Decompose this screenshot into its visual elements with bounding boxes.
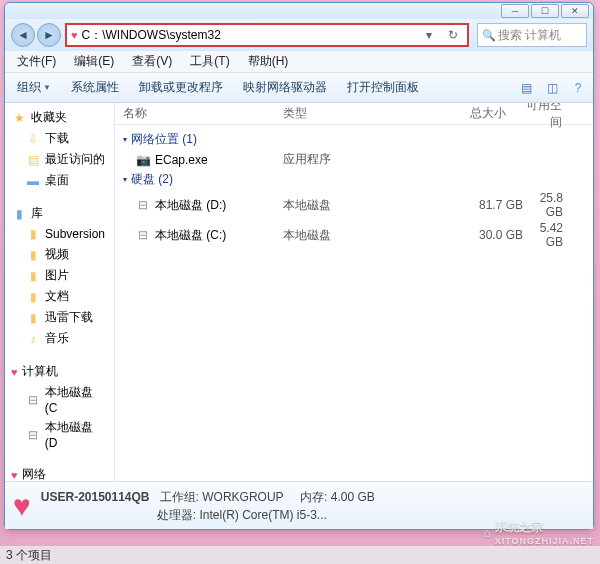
search-placeholder: 搜索 计算机: [498, 27, 561, 44]
memory-label: 内存:: [300, 490, 327, 504]
folder-icon: ▮: [25, 226, 41, 242]
list-item[interactable]: 📷ECap.exe 应用程序: [115, 150, 593, 169]
recent-icon: ▤: [25, 152, 41, 168]
heart-icon: ♥: [71, 29, 78, 41]
cpu-label: 处理器:: [157, 508, 196, 522]
download-icon: ⇩: [25, 131, 41, 147]
drive-icon: ⊟: [25, 427, 41, 443]
sidebar-item-drive-d[interactable]: ⊟本地磁盘 (D: [5, 417, 114, 452]
sidebar-network-head[interactable]: ♥网络: [5, 464, 114, 481]
sidebar-computer-head[interactable]: ♥计算机: [5, 361, 114, 382]
menu-help[interactable]: 帮助(H): [240, 51, 297, 72]
system-properties-button[interactable]: 系统属性: [63, 75, 127, 100]
sidebar-libraries-head[interactable]: ▮库: [5, 203, 114, 224]
workgroup-label: 工作组:: [160, 490, 199, 504]
sidebar-item-music[interactable]: ♪音乐: [5, 328, 114, 349]
back-button[interactable]: ◄: [11, 23, 35, 47]
pictures-icon: ▮: [25, 268, 41, 284]
address-dropdown-icon[interactable]: ▾: [419, 28, 439, 42]
window-controls: ─ ☐ ✕: [501, 4, 589, 18]
star-icon: ★: [11, 110, 27, 126]
menu-view[interactable]: 查看(V): [124, 51, 180, 72]
map-drive-button[interactable]: 映射网络驱动器: [235, 75, 335, 100]
col-totalsize[interactable]: 总大小: [395, 105, 515, 122]
sidebar-item-drive-c[interactable]: ⊟本地磁盘 (C: [5, 382, 114, 417]
heart-icon: ♥: [13, 489, 31, 523]
nav-arrows: ◄ ►: [11, 23, 61, 47]
menu-file[interactable]: 文件(F): [9, 51, 64, 72]
search-icon: 🔍: [482, 29, 496, 42]
sidebar-libraries: ▮库 ▮Subversion ▮视频 ▮图片 ▮文档 ▮迅雷下载 ♪音乐: [5, 203, 114, 349]
sidebar-item-videos[interactable]: ▮视频: [5, 244, 114, 265]
collapse-icon: ▾: [123, 135, 127, 144]
collapse-icon: ▾: [123, 175, 127, 184]
navigation-bar: ◄ ► ♥ C：\WINDOWS\system32 ▾ ↻ 🔍 搜索 计算机: [5, 19, 593, 51]
view-mode-icon[interactable]: ▤: [515, 77, 537, 99]
list-item[interactable]: ⊟本地磁盘 (C:) 本地磁盘 30.0 GB 5.42 GB: [115, 220, 593, 250]
sidebar-item-subversion[interactable]: ▮Subversion: [5, 224, 114, 244]
refresh-icon[interactable]: ↻: [443, 28, 463, 42]
close-button[interactable]: ✕: [561, 4, 589, 18]
col-name[interactable]: 名称: [115, 105, 275, 122]
sidebar-item-downloads[interactable]: ⇩下载: [5, 128, 114, 149]
sidebar-favorites-head[interactable]: ★收藏夹: [5, 107, 114, 128]
sidebar-item-xunlei[interactable]: ▮迅雷下载: [5, 307, 114, 328]
toolbar: 组织▼ 系统属性 卸载或更改程序 映射网络驱动器 打开控制面板 ▤ ◫ ?: [5, 73, 593, 103]
address-bar[interactable]: ♥ C：\WINDOWS\system32 ▾ ↻: [67, 27, 467, 44]
status-bar: 3 个项目: [0, 546, 600, 564]
download-icon: ▮: [25, 310, 41, 326]
sidebar-item-documents[interactable]: ▮文档: [5, 286, 114, 307]
memory-value: 4.00 GB: [331, 490, 375, 504]
menu-bar: 文件(F) 编辑(E) 查看(V) 工具(T) 帮助(H): [5, 51, 593, 73]
heart-icon: ♥: [11, 366, 18, 378]
watermark: ⌂ 系统之家 XITONGZHIJIA.NET: [483, 519, 594, 546]
menu-edit[interactable]: 编辑(E): [66, 51, 122, 72]
content-pane: 名称 类型 总大小 可用空间 ▾网络位置 (1) 📷ECap.exe 应用程序 …: [115, 103, 593, 481]
music-icon: ♪: [25, 331, 41, 347]
status-text: 3 个项目: [6, 548, 52, 562]
menu-tools[interactable]: 工具(T): [182, 51, 237, 72]
address-bar-highlight: ♥ C：\WINDOWS\system32 ▾ ↻: [65, 23, 469, 47]
explorer-window: ─ ☐ ✕ ◄ ► ♥ C：\WINDOWS\system32 ▾ ↻ 🔍 搜索…: [4, 2, 594, 530]
uninstall-button[interactable]: 卸载或更改程序: [131, 75, 231, 100]
sidebar-item-recent[interactable]: ▤最近访问的: [5, 149, 114, 170]
minimize-button[interactable]: ─: [501, 4, 529, 18]
titlebar: ─ ☐ ✕: [5, 3, 593, 19]
desktop-icon: ▬: [25, 173, 41, 189]
heart-icon: ♥: [11, 469, 18, 481]
watermark-text: 系统之家: [495, 519, 594, 536]
cpu-value: Intel(R) Core(TM) i5-3...: [200, 508, 327, 522]
drive-icon: ⊟: [135, 227, 151, 243]
drive-icon: ⊟: [25, 392, 41, 408]
sidebar-item-pictures[interactable]: ▮图片: [5, 265, 114, 286]
chevron-down-icon: ▼: [43, 83, 51, 92]
help-icon[interactable]: ?: [567, 77, 589, 99]
documents-icon: ▮: [25, 289, 41, 305]
list-item[interactable]: ⊟本地磁盘 (D:) 本地磁盘 81.7 GB 25.8 GB: [115, 190, 593, 220]
preview-pane-icon[interactable]: ◫: [541, 77, 563, 99]
library-icon: ▮: [11, 206, 27, 222]
search-input[interactable]: 🔍 搜索 计算机: [477, 23, 587, 47]
workgroup-value: WORKGROUP: [202, 490, 283, 504]
body: ★收藏夹 ⇩下载 ▤最近访问的 ▬桌面 ▮库 ▮Subversion ▮视频 ▮…: [5, 103, 593, 481]
sidebar-computer: ♥计算机 ⊟本地磁盘 (C ⊟本地磁盘 (D: [5, 361, 114, 452]
details-info: USER-20150114QB 工作组: WORKGROUP 内存: 4.00 …: [41, 488, 375, 524]
control-panel-button[interactable]: 打开控制面板: [339, 75, 427, 100]
address-text: C：\WINDOWS\system32: [82, 27, 415, 44]
group-network-location[interactable]: ▾网络位置 (1): [115, 129, 593, 150]
organize-button[interactable]: 组织▼: [9, 75, 59, 100]
computer-name: USER-20150114QB: [41, 490, 150, 504]
watermark-url: XITONGZHIJIA.NET: [495, 536, 594, 546]
col-type[interactable]: 类型: [275, 105, 395, 122]
camera-icon: 📷: [135, 152, 151, 168]
drive-icon: ⊟: [135, 197, 151, 213]
sidebar-item-desktop[interactable]: ▬桌面: [5, 170, 114, 191]
video-icon: ▮: [25, 247, 41, 263]
file-list: ▾网络位置 (1) 📷ECap.exe 应用程序 ▾硬盘 (2) ⊟本地磁盘 (…: [115, 125, 593, 481]
sidebar-network: ♥网络: [5, 464, 114, 481]
group-hard-drives[interactable]: ▾硬盘 (2): [115, 169, 593, 190]
sidebar-favorites: ★收藏夹 ⇩下载 ▤最近访问的 ▬桌面: [5, 107, 114, 191]
maximize-button[interactable]: ☐: [531, 4, 559, 18]
forward-button[interactable]: ►: [37, 23, 61, 47]
column-headers: 名称 类型 总大小 可用空间: [115, 103, 593, 125]
